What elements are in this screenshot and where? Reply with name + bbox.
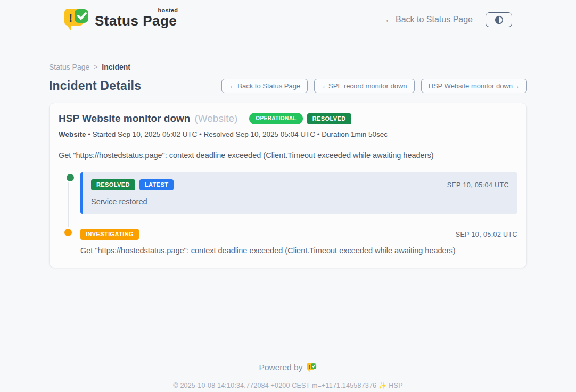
timeline-dot-investigating	[64, 229, 72, 236]
timeline-latest-badge: LATEST	[139, 179, 174, 190]
breadcrumb-separator: >	[94, 63, 97, 71]
page-title: Incident Details	[49, 79, 141, 93]
incident-card: HSP Website monitor down (Website) OPERA…	[49, 103, 527, 268]
half-circle-contrast-icon	[495, 15, 504, 24]
timeline-timestamp: SEP 10, 05:04 UTC	[447, 181, 509, 189]
timeline-entry-resolved: RESOLVED LATEST SEP 10, 05:04 UTC Servic…	[80, 172, 517, 214]
incident-nav-buttons: ← Back to Status Page ←SPF record monito…	[221, 79, 527, 93]
theme-toggle-button[interactable]	[486, 12, 512, 27]
incident-meta-component: Website	[59, 130, 86, 138]
status-page-logo[interactable]: ! Status Page hosted	[64, 7, 177, 32]
copyright-text: © 2025-10-08 14:10:34.772084 +0200 CEST …	[49, 381, 527, 389]
powered-by-label: Powered by	[259, 363, 303, 372]
breadcrumb-status-page-link[interactable]: Status Page	[49, 63, 89, 71]
logo-hosted-label: hosted	[158, 7, 178, 13]
powered-by-link[interactable]: Powered by !	[259, 363, 317, 372]
next-incident-button[interactable]: HSP Website monitor down→	[421, 79, 527, 93]
timeline-investigating-badge: INVESTIGATING	[80, 229, 139, 240]
timeline-resolved-badge: RESOLVED	[91, 179, 135, 190]
timeline-entry-investigating: INVESTIGATING SEP 10, 05:02 UTC Get "htt…	[80, 229, 517, 255]
timeline-timestamp: SEP 10, 05:02 UTC	[456, 231, 517, 238]
status-page-logo-icon-small: !	[307, 363, 317, 372]
timeline-message: Service restored	[91, 197, 509, 206]
status-page-logo-icon: !	[64, 7, 89, 32]
incident-title: HSP Website monitor down	[59, 113, 190, 124]
logo-text: Status Page hosted	[95, 13, 177, 29]
incident-meta: Website • Started Sep 10, 2025 05:02 UTC…	[59, 130, 517, 138]
resolved-status-badge: RESOLVED	[307, 113, 351, 124]
prev-incident-button[interactable]: ←SPF record monitor down	[314, 79, 414, 93]
main-content: Status Page > Incident Incident Details …	[49, 63, 527, 389]
incident-description: Get "https://hostedstatus.page": context…	[59, 151, 517, 160]
incident-timeline: RESOLVED LATEST SEP 10, 05:04 UTC Servic…	[59, 172, 517, 255]
incident-meta-details: • Started Sep 10, 2025 05:02 UTC • Resol…	[86, 130, 388, 138]
timeline-connector-line	[68, 180, 69, 234]
timeline-message: Get "https://hostedstatus.page": context…	[80, 246, 517, 255]
operational-status-badge: OPERATIONAL	[249, 113, 302, 124]
back-to-status-page-button[interactable]: ← Back to Status Page	[221, 79, 308, 93]
breadcrumb-incident: Incident	[102, 63, 130, 71]
header: ! Status Page hosted ← Back to Status Pa…	[0, 0, 576, 32]
svg-text:!: !	[309, 364, 310, 370]
breadcrumb: Status Page > Incident	[49, 63, 527, 71]
svg-text:!: !	[69, 11, 72, 24]
timeline-dot-resolved	[67, 174, 74, 181]
footer: Powered by ! © 2025-10-08 14:10:34.77208…	[49, 363, 527, 389]
header-back-to-status-page-link[interactable]: ← Back to Status Page	[385, 15, 473, 24]
incident-component: (Website)	[194, 113, 237, 124]
